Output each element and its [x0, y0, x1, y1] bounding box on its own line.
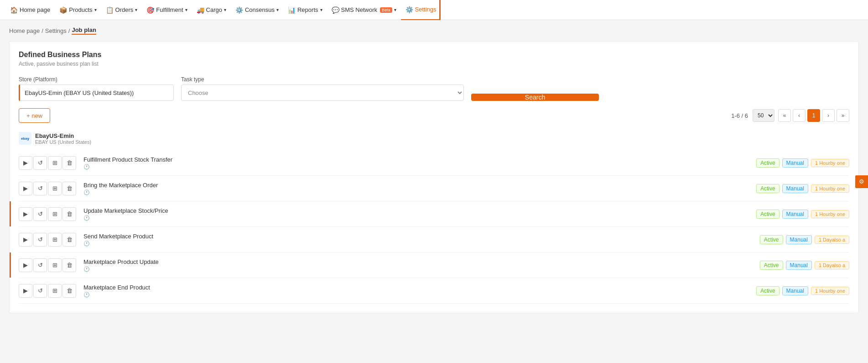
job-schedule-3: 🕐: [83, 241, 760, 247]
job-frequency-badge-0: 1 Hourby one: [811, 159, 849, 167]
nav-cargo[interactable]: 🚚 Cargo ▾: [192, 0, 231, 20]
nav-consensus[interactable]: ⚙️ Consensus ▾: [231, 0, 283, 20]
job-history-button-0[interactable]: ↺: [33, 156, 47, 170]
job-settings-button-4[interactable]: ⊞: [48, 258, 62, 272]
job-row-actions-3: ▶ ↺ ⊞ 🗑: [19, 233, 76, 247]
job-delete-button-3[interactable]: 🗑: [62, 233, 76, 247]
search-spacer: [471, 85, 599, 92]
orders-icon: 📋: [106, 6, 114, 14]
job-play-button-3[interactable]: ▶: [19, 233, 32, 247]
nav-homepage[interactable]: 🏠 Home page: [5, 0, 55, 20]
search-button-group: Search: [471, 85, 599, 101]
job-delete-button-1[interactable]: 🗑: [62, 182, 76, 195]
job-settings-button-5[interactable]: ⊞: [48, 284, 62, 298]
page-size-select[interactable]: 50: [753, 109, 774, 122]
job-type-badge-1: Manual: [782, 184, 808, 193]
page-title: Defined Business Plans: [19, 51, 849, 59]
side-gear-button[interactable]: ⚙: [855, 175, 868, 188]
job-status-badge-0: Active: [756, 158, 780, 168]
settings-icon: ⚙️: [405, 6, 413, 13]
nav-reports[interactable]: 📊 Reports ▾: [283, 0, 327, 20]
fulfillment-chevron-icon: ▾: [185, 7, 187, 12]
store-region: EBAY US (United States): [35, 139, 91, 145]
pagination: 1-6 / 6 50 « ‹ 1 › »: [731, 109, 849, 122]
last-page-button[interactable]: »: [837, 109, 849, 122]
top-navigation: 🏠 Home page 📦 Products ▾ 📋 Orders ▾ 🎯 Fu…: [0, 0, 868, 20]
job-row: ▶ ↺ ⊞ 🗑 Marketplace End Product 🕐 Active…: [19, 278, 849, 304]
clock-icon-3: 🕐: [83, 241, 90, 247]
job-history-button-1[interactable]: ↺: [33, 182, 47, 195]
nav-fulfillment[interactable]: 🎯 Fulfillment ▾: [142, 0, 192, 20]
breadcrumb-current: Job plan: [72, 26, 96, 35]
job-history-button-3[interactable]: ↺: [33, 233, 47, 247]
job-row-actions-4: ▶ ↺ ⊞ 🗑: [19, 258, 76, 272]
job-delete-button-4[interactable]: 🗑: [62, 258, 76, 272]
nav-sms-network[interactable]: 💬 SMS Network Beta ▾: [327, 0, 401, 20]
nav-settings[interactable]: ⚙️ Settings: [401, 0, 441, 20]
job-history-button-2[interactable]: ↺: [33, 207, 47, 221]
job-row-actions-5: ▶ ↺ ⊞ 🗑: [19, 284, 76, 298]
job-play-button-5[interactable]: ▶: [19, 284, 32, 298]
breadcrumb-settings[interactable]: Settings: [45, 27, 67, 34]
job-delete-button-5[interactable]: 🗑: [62, 284, 76, 298]
job-play-button-4[interactable]: ▶: [19, 258, 32, 272]
job-play-button-2[interactable]: ▶: [19, 207, 32, 221]
store-name: EbayUS-Emin: [35, 132, 91, 139]
job-history-button-5[interactable]: ↺: [33, 284, 47, 298]
nav-orders[interactable]: 📋 Orders ▾: [101, 0, 142, 20]
main-content: Defined Business Plans Active, passive b…: [9, 41, 859, 313]
consensus-icon: ⚙️: [235, 6, 243, 14]
job-delete-button-0[interactable]: 🗑: [62, 156, 76, 170]
job-row: ▶ ↺ ⊞ 🗑 Send Marketplace Product 🕐 Activ…: [19, 227, 849, 253]
task-type-select[interactable]: Choose: [181, 84, 464, 101]
store-filter-group: Store (Platform): [19, 76, 174, 101]
next-page-button[interactable]: ›: [822, 109, 835, 122]
clock-icon-4: 🕐: [83, 266, 90, 272]
task-type-filter-group: Task type Choose: [181, 76, 464, 101]
clock-icon-1: 🕐: [83, 189, 90, 195]
reports-chevron-icon: ▾: [320, 7, 322, 12]
actions-row: + new 1-6 / 6 50 « ‹ 1 › »: [19, 108, 849, 123]
job-name-5: Marketplace End Product: [83, 284, 756, 291]
search-button[interactable]: Search: [471, 94, 599, 101]
prev-page-button[interactable]: ‹: [793, 109, 806, 122]
job-status-badge-5: Active: [756, 286, 780, 295]
job-play-button-0[interactable]: ▶: [19, 156, 32, 170]
nav-fulfillment-label: Fulfillment: [156, 6, 183, 13]
job-row: ▶ ↺ ⊞ 🗑 Fulfillment Product Stock Transf…: [19, 150, 849, 176]
store-input[interactable]: [19, 84, 174, 101]
job-play-button-1[interactable]: ▶: [19, 182, 32, 195]
cargo-chevron-icon: ▾: [224, 7, 226, 12]
job-settings-button-0[interactable]: ⊞: [48, 156, 62, 170]
job-info-2: Update Marketplace Stock/Price 🕐: [83, 207, 756, 221]
job-history-button-4[interactable]: ↺: [33, 258, 47, 272]
job-frequency-badge-4: 1 Dayalso a: [815, 261, 849, 269]
job-delete-button-2[interactable]: 🗑: [62, 207, 76, 221]
job-info-1: Bring the Marketplace Order 🕐: [83, 182, 756, 195]
job-type-badge-2: Manual: [782, 210, 808, 219]
jobs-list: ▶ ↺ ⊞ 🗑 Fulfillment Product Stock Transf…: [19, 150, 849, 304]
job-type-badge-4: Manual: [786, 261, 812, 270]
job-settings-button-3[interactable]: ⊞: [48, 233, 62, 247]
nav-settings-label: Settings: [415, 6, 437, 13]
nav-homepage-label: Home page: [20, 6, 50, 13]
job-tags-2: Active Manual 1 Hourby one: [756, 210, 849, 219]
clock-icon-0: 🕐: [83, 164, 90, 170]
breadcrumb-separator-1: /: [42, 27, 43, 34]
job-frequency-badge-3: 1 Dayalso a: [815, 236, 849, 244]
breadcrumb-homepage[interactable]: Home page: [9, 27, 40, 34]
current-page-button[interactable]: 1: [807, 109, 820, 122]
job-tags-1: Active Manual 1 Hourby one: [756, 184, 849, 193]
job-name-0: Fulfillment Product Stock Transfer: [83, 156, 756, 163]
gear-icon: ⚙: [859, 178, 864, 185]
nav-orders-label: Orders: [115, 6, 134, 13]
clock-icon-2: 🕐: [83, 215, 90, 221]
job-schedule-0: 🕐: [83, 164, 756, 170]
job-settings-button-1[interactable]: ⊞: [48, 182, 62, 195]
first-page-button[interactable]: «: [778, 109, 791, 122]
nav-products[interactable]: 📦 Products ▾: [55, 0, 101, 20]
job-schedule-2: 🕐: [83, 215, 756, 221]
job-info-0: Fulfillment Product Stock Transfer 🕐: [83, 156, 756, 170]
job-settings-button-2[interactable]: ⊞: [48, 207, 62, 221]
new-button[interactable]: + new: [19, 108, 50, 123]
